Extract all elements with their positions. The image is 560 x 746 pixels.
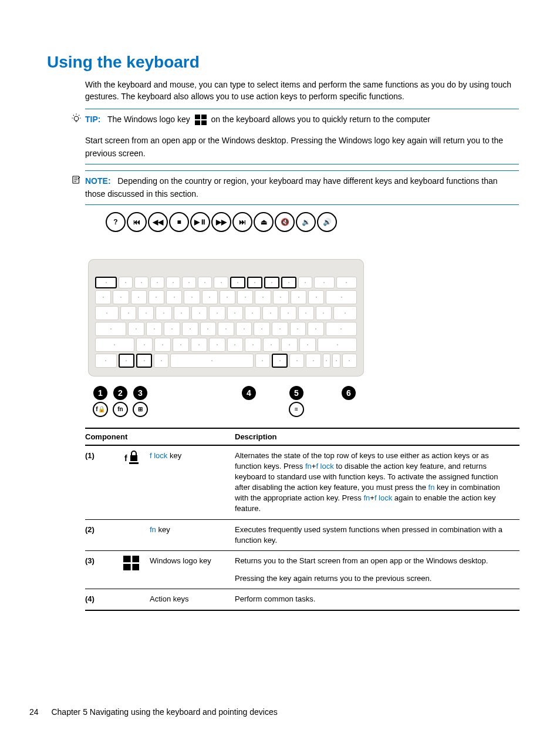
flock-icon: f [123, 451, 140, 465]
svg-rect-1 [195, 115, 200, 119]
table-row: (1)ff lock keyAlternates the state of th… [85, 445, 519, 520]
note-icon [71, 174, 82, 185]
component-name: f lock key [150, 445, 235, 520]
component-name: fn key [150, 519, 235, 550]
component-description: Perform common tasks. [235, 589, 519, 610]
svg-rect-3 [195, 120, 200, 125]
svg-rect-12 [132, 564, 140, 570]
callout-key-icon: f🔒 [93, 402, 108, 417]
note-callout: NOTE: Depending on the country or region… [85, 170, 519, 205]
action-key-icon: ⏮ [127, 212, 147, 232]
note-label: NOTE: [85, 176, 111, 186]
action-key-icon: ▶▶ [211, 212, 231, 232]
note-text: Depending on the country or region, your… [85, 176, 498, 199]
svg-rect-9 [123, 556, 131, 562]
tip-callout: TIP: The Windows logo key on the keyboar… [85, 109, 519, 164]
svg-rect-11 [123, 564, 131, 570]
chapter-title: Chapter 5 Navigating using the keyboard … [51, 707, 277, 717]
th-component: Component [85, 428, 235, 445]
windows-logo-icon [123, 556, 140, 570]
row-number: (1) [85, 445, 117, 520]
action-key-icon: ⏭ [232, 212, 252, 232]
svg-rect-4 [201, 120, 207, 125]
table-row: (3)Windows logo keyReturns you to the St… [85, 551, 519, 589]
svg-rect-10 [132, 556, 140, 562]
callout-number: 2 [113, 386, 127, 400]
component-name: Action keys [150, 589, 235, 610]
row-number: (2) [85, 519, 117, 550]
action-key-icon: 🔉 [296, 212, 316, 232]
keyboard-figure: ?⏮◀◀■▶⏸▶▶⏭⏏🔇🔉🔊 [88, 212, 393, 417]
tip-text-body2: Start screen from an open app or the Win… [85, 134, 519, 160]
svg-rect-8 [129, 462, 139, 464]
callout-number: 1 [93, 386, 107, 400]
intro-paragraph: With the keyboard and mouse, you can typ… [85, 79, 519, 103]
row-icon-cell: f [117, 445, 150, 520]
svg-rect-2 [201, 115, 207, 119]
component-description: Alternates the state of the top row of k… [235, 445, 519, 520]
page-number: 24 [29, 707, 39, 717]
row-icon-cell [117, 551, 150, 589]
component-description: Returns you to the Start screen from an … [235, 551, 519, 589]
tip-label: TIP: [85, 115, 100, 124]
callout-key-icon: ⊞ [133, 402, 148, 417]
keyboard-illustration [88, 259, 364, 377]
lightbulb-icon [71, 113, 82, 123]
component-table: Component Description (1)ff lock keyAlte… [85, 428, 519, 611]
callout-number: 6 [342, 386, 356, 400]
row-icon-cell [117, 589, 150, 610]
callout-number: 4 [242, 386, 256, 400]
th-description: Description [235, 428, 519, 445]
table-row: (4)Action keysPerform common tasks. [85, 589, 519, 610]
row-number: (3) [85, 551, 117, 589]
callout-key-icon: fn [113, 402, 128, 417]
action-key-icon: ◀◀ [148, 212, 168, 232]
svg-point-0 [74, 116, 79, 121]
windows-logo-icon [195, 115, 207, 125]
row-icon-cell [117, 519, 150, 550]
table-row: (2)fn keyExecutes frequently used system… [85, 519, 519, 550]
action-key-icon: 🔊 [317, 212, 337, 232]
action-key-icon: ▶⏸ [190, 212, 210, 232]
action-key-icon: ⏏ [254, 212, 274, 232]
tip-text-mid: on the keyboard allows you to quickly re… [211, 115, 431, 124]
svg-rect-7 [130, 455, 137, 461]
svg-text:f: f [124, 453, 127, 463]
callout-number: 5 [289, 386, 303, 400]
row-number: (4) [85, 589, 117, 610]
action-key-icon: ■ [169, 212, 189, 232]
callout-number: 3 [133, 386, 147, 400]
tip-text-pre: The Windows logo key [107, 115, 190, 124]
action-key-icon: 🔇 [275, 212, 295, 232]
page-footer: 24 Chapter 5 Navigating using the keyboa… [29, 707, 278, 717]
component-description: Executes frequently used system function… [235, 519, 519, 550]
component-name: Windows logo key [150, 551, 235, 589]
page-heading: Using the keyboard [47, 53, 501, 72]
callout-key-icon: ≡ [289, 402, 304, 417]
action-key-icon: ? [106, 212, 126, 232]
